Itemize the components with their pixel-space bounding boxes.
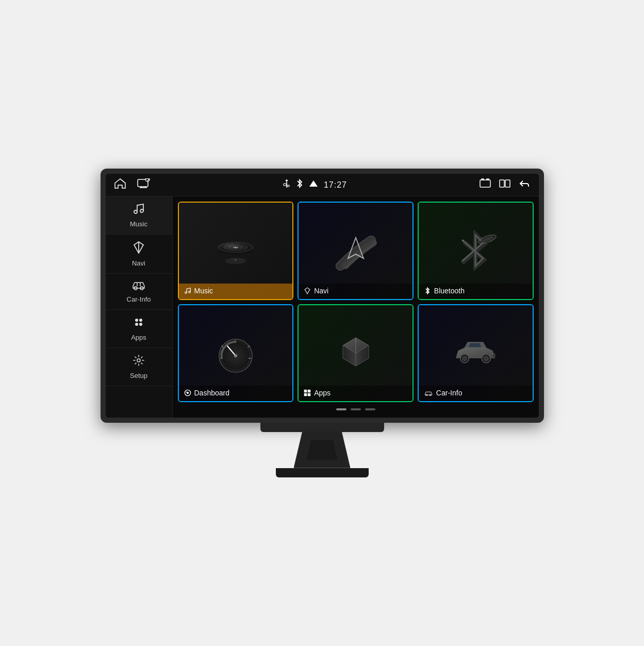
page-dot-1[interactable] [336, 408, 346, 410]
power-screen-icon[interactable] [137, 178, 150, 191]
sidebar-item-music[interactable]: Music [106, 196, 172, 235]
sidebar-music-label: Music [130, 220, 147, 228]
grid-area: Music [173, 196, 539, 418]
bluetooth-label: Bluetooth [434, 287, 465, 295]
svg-point-14 [134, 210, 137, 213]
grid-cell-carinfo[interactable]: Car-Info [418, 304, 534, 402]
svg-rect-49 [308, 393, 311, 396]
bracket-stem [294, 432, 351, 468]
svg-rect-46 [304, 389, 307, 392]
apps-sidebar-icon [133, 316, 145, 332]
grid-cell-dashboard[interactable]: Dashboard [178, 304, 294, 402]
screenshot-icon[interactable] [480, 178, 491, 191]
dashboard-cell-label: Dashboard [179, 386, 293, 401]
svg-marker-8 [309, 180, 318, 187]
svg-point-19 [139, 319, 142, 322]
device-wrapper: 17:27 [101, 169, 544, 477]
sidebar-setup-label: Setup [130, 372, 147, 379]
grid-row-2: Dashboard [178, 304, 534, 402]
bracket-attachment [260, 423, 384, 432]
sidebar-item-navi[interactable]: Navi [106, 235, 172, 274]
signal-icon [308, 179, 319, 190]
sidebar-item-apps[interactable]: Apps [106, 310, 172, 348]
grid-cell-navi[interactable]: Navi [298, 202, 414, 300]
svg-rect-9 [480, 180, 490, 187]
svg-point-18 [135, 319, 138, 322]
svg-point-25 [218, 242, 253, 253]
svg-rect-6 [284, 184, 286, 186]
apps-label: Apps [314, 389, 331, 397]
sidebar-apps-label: Apps [131, 334, 146, 341]
status-right [480, 178, 530, 191]
svg-point-15 [140, 209, 143, 212]
navi-sidebar-icon [133, 241, 144, 257]
carinfo-label: Car-Info [436, 389, 463, 397]
mount-bracket [260, 423, 384, 477]
svg-rect-10 [482, 179, 484, 180]
screen: 17:27 [106, 174, 539, 418]
navi-label: Navi [314, 287, 328, 295]
svg-point-27 [225, 257, 246, 262]
music-sidebar-icon [133, 203, 145, 218]
page-dot-3[interactable] [365, 408, 375, 410]
svg-rect-54 [493, 354, 496, 357]
sidebar: Music Navi [106, 196, 173, 418]
navi-cell-label: Navi [299, 284, 412, 299]
grid-cell-music[interactable]: Music [178, 202, 294, 300]
bracket-inner [307, 440, 338, 460]
device-frame: 17:27 [101, 169, 544, 423]
svg-rect-12 [500, 180, 504, 187]
carinfo-cell-label: Car-Info [419, 386, 533, 401]
svg-rect-47 [308, 389, 311, 392]
svg-rect-7 [287, 185, 289, 187]
svg-point-20 [135, 323, 138, 326]
music-label: Music [194, 287, 213, 295]
svg-point-4 [145, 178, 150, 181]
sidebar-item-carinfo[interactable]: Car-Info [106, 274, 172, 310]
grid-cell-bluetooth[interactable]: Bluetooth [418, 202, 534, 300]
home-icon[interactable] [114, 178, 126, 192]
svg-point-51 [463, 356, 467, 360]
svg-point-39 [234, 354, 237, 357]
bluetooth-cell-label: Bluetooth [419, 284, 533, 299]
svg-rect-48 [304, 393, 307, 396]
svg-rect-11 [487, 179, 489, 180]
bluetooth-status-icon [296, 178, 303, 191]
usb-icon [283, 178, 291, 191]
svg-point-21 [139, 323, 142, 326]
sidebar-navi-label: Navi [132, 259, 145, 267]
dashboard-label: Dashboard [194, 389, 230, 397]
page-dots [178, 406, 534, 412]
music-cell-label: Music [179, 284, 293, 299]
svg-point-53 [484, 356, 488, 360]
sidebar-carinfo-label: Car-Info [127, 295, 151, 303]
grid-row-1: Music [178, 202, 534, 300]
sidebar-item-setup[interactable]: Setup [106, 348, 172, 386]
mirror-icon[interactable] [499, 179, 510, 191]
back-icon[interactable] [519, 179, 530, 191]
setup-sidebar-icon [133, 354, 145, 370]
svg-point-22 [137, 359, 140, 362]
svg-rect-13 [505, 180, 510, 187]
status-left [114, 178, 150, 192]
svg-point-41 [187, 392, 188, 393]
apps-cell-label: Apps [299, 386, 412, 401]
time-display: 17:27 [324, 180, 347, 190]
carinfo-sidebar-icon [131, 280, 146, 293]
main-content: Music Navi [106, 196, 539, 418]
page-dot-2[interactable] [351, 408, 361, 410]
bracket-base [276, 468, 369, 477]
status-center: 17:27 [283, 178, 347, 191]
status-bar: 17:27 [106, 174, 539, 196]
grid-cell-apps[interactable]: Apps [298, 304, 414, 402]
